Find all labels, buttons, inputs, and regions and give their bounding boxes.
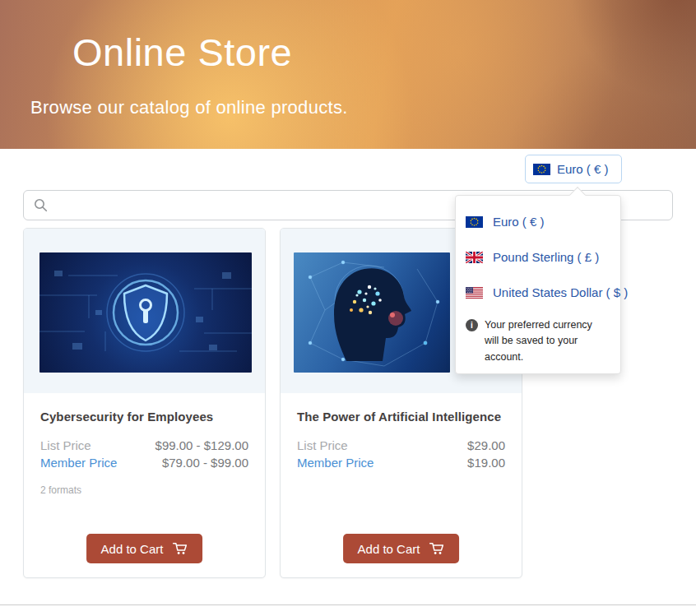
- currency-option-label: United States Dollar ( $ ): [493, 285, 628, 299]
- list-price-row: List Price $29.00: [297, 438, 505, 452]
- hero-banner: Online Store Browse our catalog of onlin…: [0, 0, 696, 149]
- currency-dropdown-panel: Euro ( € ) Pound Sterling ( £ ): [455, 195, 621, 374]
- list-price-label: List Price: [297, 438, 348, 452]
- online-store-page: Online Store Browse our catalog of onlin…: [0, 0, 696, 616]
- member-price-value: $79.00 - $99.00: [162, 456, 248, 470]
- search-icon: [34, 198, 48, 212]
- list-price-value: $29.00: [467, 438, 505, 452]
- currency-option-euro[interactable]: Euro ( € ): [466, 204, 610, 239]
- add-to-cart-button[interactable]: Add to Cart: [86, 534, 203, 563]
- currency-note-text: Your preferred currency will be saved to…: [485, 317, 608, 365]
- member-price-link[interactable]: Member Price: [40, 456, 117, 470]
- add-to-cart-label: Add to Cart: [358, 542, 420, 556]
- page-title: Online Store: [72, 30, 292, 75]
- product-card-cybersecurity: Cybersecurity for Employees List Price $…: [23, 228, 266, 578]
- ai-product-image[interactable]: [294, 252, 450, 373]
- add-to-cart-label: Add to Cart: [101, 542, 164, 556]
- member-price-row: Member Price $19.00: [297, 456, 505, 470]
- cart-icon: [172, 541, 188, 556]
- currency-option-label: Pound Sterling ( £ ): [493, 250, 599, 264]
- list-price-row: List Price $99.00 - $129.00: [40, 438, 248, 452]
- formats-note: 2 formats: [40, 484, 81, 496]
- list-price-value: $99.00 - $129.00: [155, 438, 248, 452]
- member-price-row: Member Price $79.00 - $99.00: [40, 456, 248, 470]
- uk-flag-icon: [466, 252, 483, 263]
- product-image-area: [24, 229, 265, 393]
- product-title: The Power of Artificial Intelligence: [297, 410, 505, 424]
- footer-divider: [0, 604, 696, 605]
- currency-option-pound[interactable]: Pound Sterling ( £ ): [466, 239, 610, 275]
- cybersecurity-product-image[interactable]: [39, 252, 252, 373]
- add-to-cart-button[interactable]: Add to Cart: [343, 534, 460, 563]
- info-icon: i: [466, 319, 478, 331]
- currency-note: i Your preferred currency will be saved …: [466, 317, 610, 365]
- currency-option-usd[interactable]: United States Dollar ( $ ): [466, 275, 610, 310]
- us-flag-icon: [466, 287, 483, 299]
- list-price-label: List Price: [40, 438, 91, 452]
- currency-option-label: Euro ( € ): [493, 215, 545, 229]
- currency-selector-button[interactable]: Euro ( € ): [525, 155, 622, 183]
- member-price-value: $19.00: [467, 456, 505, 470]
- product-title: Cybersecurity for Employees: [40, 410, 248, 424]
- cart-icon: [429, 541, 444, 556]
- eu-flag-icon: [533, 164, 550, 175]
- eu-flag-icon: [466, 216, 483, 228]
- page-subtitle: Browse our catalog of online products.: [30, 97, 348, 118]
- member-price-link[interactable]: Member Price: [297, 456, 374, 470]
- selected-currency-label: Euro ( € ): [557, 162, 609, 176]
